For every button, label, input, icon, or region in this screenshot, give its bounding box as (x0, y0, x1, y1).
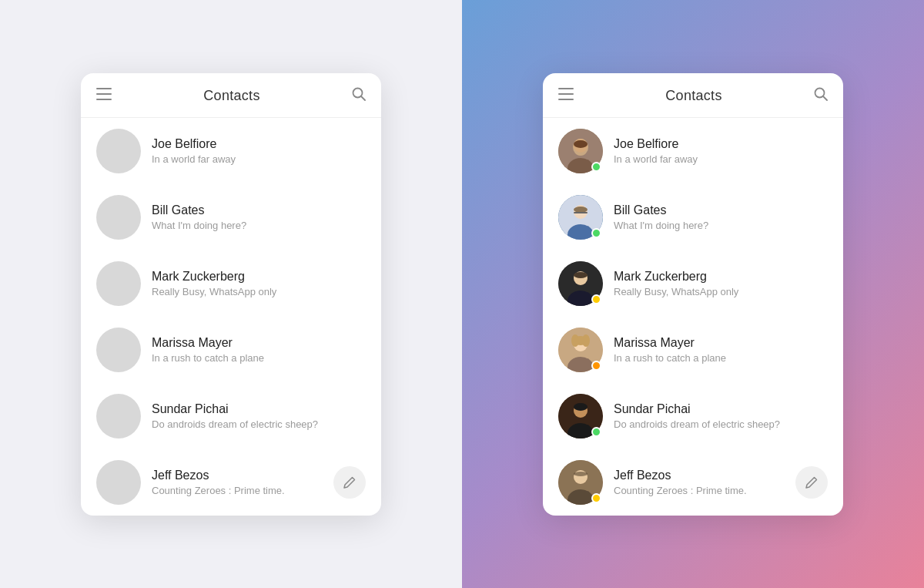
contact-name: Sundar Pichai (152, 402, 366, 416)
left-contact-list: Joe Belfiore In a world far away Bill Ga… (81, 118, 381, 516)
right-header: Contacts (543, 73, 843, 118)
list-item[interactable]: Mark Zuckerberg Really Busy, WhatsApp on… (81, 250, 381, 317)
contact-status: In a world far away (152, 153, 366, 165)
avatar (96, 328, 141, 372)
svg-rect-5 (558, 88, 574, 89)
list-item[interactable]: Marissa Mayer In a rush to catch a plane (543, 317, 843, 383)
right-search-icon[interactable] (814, 87, 828, 105)
edit-button[interactable] (333, 466, 366, 499)
contact-name: Joe Belfiore (614, 137, 828, 151)
right-contact-list: Joe Belfiore In a world far away (543, 118, 843, 516)
contact-info: Marissa Mayer In a rush to catch a plane (614, 336, 828, 364)
list-item[interactable]: Jeff Bezos Counting Zeroes : Prime time. (81, 449, 381, 516)
svg-point-37 (574, 472, 588, 476)
contact-info: Bill Gates What I'm doing here? (614, 203, 828, 231)
right-panel: Contacts (462, 0, 924, 588)
contact-status: Do androids dream of electric sheep? (152, 418, 366, 430)
svg-point-33 (574, 403, 588, 411)
svg-point-29 (582, 334, 590, 347)
svg-point-23 (574, 272, 588, 278)
contact-status: In a world far away (614, 153, 828, 165)
contact-name: Joe Belfiore (152, 137, 366, 151)
avatar (558, 460, 603, 505)
contact-status: In a rush to catch a plane (614, 352, 828, 364)
contact-info: Mark Zuckerberg Really Busy, WhatsApp on… (614, 270, 828, 297)
contact-status: What I'm doing here? (152, 220, 366, 231)
avatar (558, 328, 603, 372)
contact-name: Marissa Mayer (152, 336, 366, 350)
avatar (96, 394, 141, 438)
contact-info: Sundar Pichai Do androids dream of elect… (152, 402, 366, 430)
contact-info: Marissa Mayer In a rush to catch a plane (152, 336, 366, 364)
left-card: Contacts Joe Belfiore In a world far awa… (81, 73, 381, 516)
contact-name: Mark Zuckerberg (614, 270, 828, 284)
svg-rect-6 (558, 93, 574, 95)
svg-point-18 (574, 207, 588, 213)
svg-rect-0 (96, 88, 112, 89)
list-item[interactable]: Sundar Pichai Do androids dream of elect… (81, 383, 381, 449)
svg-point-14 (574, 140, 588, 148)
contact-name: Sundar Pichai (614, 402, 828, 416)
list-item[interactable]: Sundar Pichai Do androids dream of elect… (543, 383, 843, 449)
contact-info: Mark Zuckerberg Really Busy, WhatsApp on… (152, 270, 366, 297)
list-item[interactable]: Bill Gates What I'm doing here? (81, 184, 381, 250)
right-hamburger-icon[interactable] (558, 88, 574, 104)
contact-info: Bill Gates What I'm doing here? (152, 203, 366, 231)
avatar (96, 195, 141, 240)
svg-rect-1 (96, 93, 112, 95)
svg-point-28 (571, 334, 579, 347)
svg-rect-19 (574, 212, 588, 213)
contact-name: Marissa Mayer (614, 336, 828, 350)
avatar (558, 394, 603, 438)
right-header-title: Contacts (665, 88, 721, 104)
avatar (558, 261, 603, 306)
list-item[interactable]: Mark Zuckerberg Really Busy, WhatsApp on… (543, 250, 843, 317)
contact-info: Joe Belfiore In a world far away (152, 137, 366, 165)
contact-name: Mark Zuckerberg (152, 270, 366, 284)
left-hamburger-icon[interactable] (96, 88, 112, 104)
right-card: Contacts (543, 73, 843, 516)
list-item[interactable]: Joe Belfiore In a world far away (81, 118, 381, 184)
contact-status: Really Busy, WhatsApp only (152, 286, 366, 297)
svg-rect-7 (558, 99, 574, 100)
left-header-title: Contacts (203, 88, 259, 104)
contact-info: Joe Belfiore In a world far away (614, 137, 828, 165)
avatar (558, 195, 603, 240)
avatar (558, 129, 603, 173)
list-item[interactable]: Bill Gates What I'm doing here? (543, 184, 843, 250)
left-search-icon[interactable] (352, 87, 366, 105)
edit-button[interactable] (795, 466, 828, 499)
list-item[interactable]: Jeff Bezos Counting Zeroes : Prime time. (543, 449, 843, 516)
contact-info: Sundar Pichai Do androids dream of elect… (614, 402, 828, 430)
avatar (96, 261, 141, 306)
svg-line-9 (823, 96, 827, 100)
contact-status: Really Busy, WhatsApp only (614, 286, 828, 297)
list-item[interactable]: Marissa Mayer In a rush to catch a plane (81, 317, 381, 383)
left-panel: Contacts Joe Belfiore In a world far awa… (0, 0, 462, 588)
left-header: Contacts (81, 73, 381, 118)
contact-status: In a rush to catch a plane (152, 352, 366, 364)
avatar (96, 129, 141, 173)
avatar (96, 460, 141, 505)
svg-rect-2 (96, 99, 112, 100)
contact-status: Do androids dream of electric sheep? (614, 418, 828, 430)
contact-status: What I'm doing here? (614, 220, 828, 231)
svg-line-4 (361, 96, 365, 100)
contact-name: Bill Gates (152, 203, 366, 217)
list-item[interactable]: Joe Belfiore In a world far away (543, 118, 843, 184)
contact-name: Bill Gates (614, 203, 828, 217)
